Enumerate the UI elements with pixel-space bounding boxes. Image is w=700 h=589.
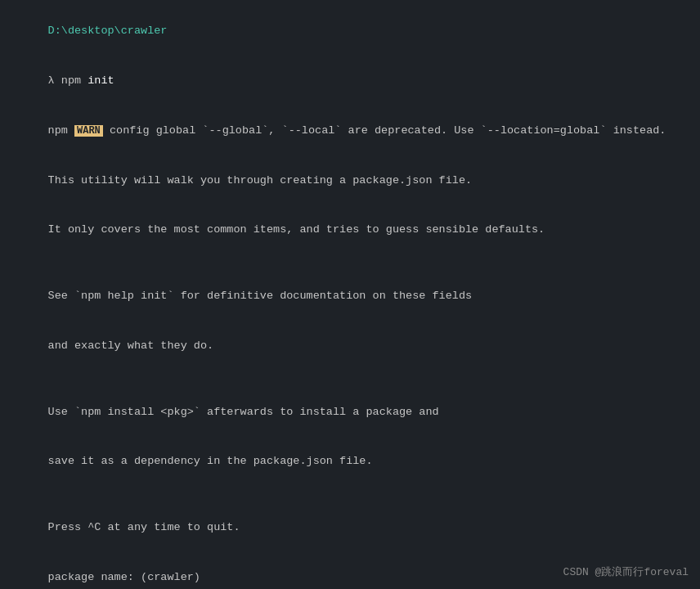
- empty-line-2: [8, 371, 692, 387]
- directory-path: D:\desktop\crawler: [48, 25, 168, 37]
- empty-line-1: [8, 255, 692, 272]
- line-path: D:\desktop\crawler: [8, 7, 692, 56]
- line-8: save it as a dependency in the package.j…: [8, 437, 692, 487]
- line-9: Press ^C at any time to quit.: [8, 503, 692, 553]
- command-text: init: [88, 74, 114, 87]
- empty-line-3: [8, 487, 692, 503]
- line-5: See `npm help init` for definitive docum…: [8, 272, 692, 321]
- terminal-window: D:\desktop\crawler λ npm init npm WARN c…: [0, 0, 700, 589]
- prompt-char: λ npm: [48, 74, 88, 87]
- warn-badge: WARN: [74, 125, 103, 137]
- watermark: CSDN @跳浪而行foreval: [563, 564, 689, 579]
- line-3: This utility will walk you through creat…: [8, 155, 692, 205]
- line-4: It only covers the most common items, an…: [8, 205, 692, 255]
- terminal-content: D:\desktop\crawler λ npm init npm WARN c…: [8, 7, 692, 589]
- line-7: Use `npm install <pkg>` afterwards to in…: [8, 387, 692, 437]
- line-6: and exactly what they do.: [8, 321, 692, 371]
- line-command: λ npm init: [8, 56, 692, 106]
- line-warn: npm WARN config global `--global`, `--lo…: [8, 106, 692, 156]
